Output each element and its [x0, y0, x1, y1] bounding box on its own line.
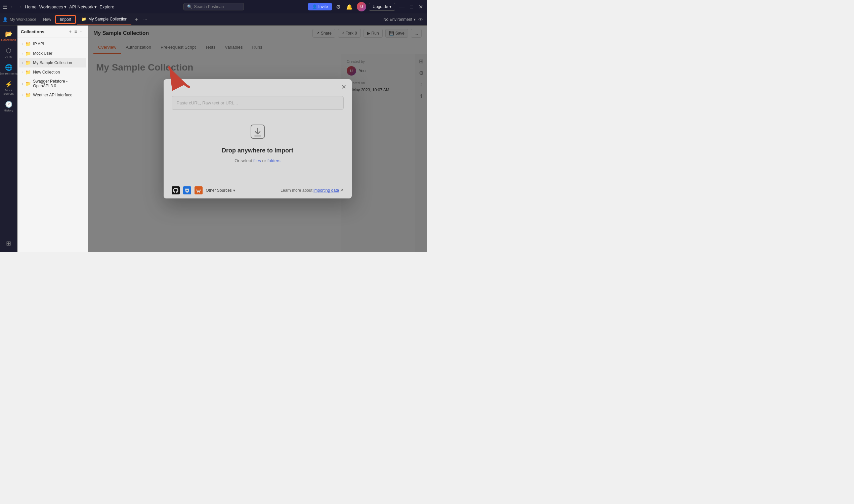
sidebar-item-history[interactable]: 🕐 History — [0, 99, 17, 114]
hamburger-button[interactable]: ☰ — [3, 4, 7, 10]
creator-avatar: U — [347, 66, 356, 75]
collection-list: › 📁 IP API › 📁 Mock User › 📁 My Sample C… — [17, 38, 88, 252]
add-icon: ⊞ — [6, 240, 11, 247]
add-collection-button[interactable]: + — [68, 28, 72, 35]
save-button[interactable]: 💾 Save — [385, 29, 408, 38]
red-arrow — [164, 62, 197, 95]
new-tab-button[interactable]: + — [133, 16, 140, 22]
panel-header: Collections + ≡ ··· — [17, 25, 88, 38]
history-icon: 🕐 — [5, 101, 13, 108]
chevron-right-icon: › — [22, 93, 23, 97]
close-button[interactable]: ✕ — [417, 3, 424, 11]
created-on-section: Created on 10 May 2023, 10:07 AM — [347, 81, 410, 92]
run-button[interactable]: ▶ Run — [363, 29, 382, 38]
collection-tab-icon: 📁 — [81, 17, 86, 21]
mock-servers-icon: ⚡ — [5, 80, 13, 88]
right-icon-bar: ⊞ ⚙ ↕ ℹ — [415, 54, 427, 252]
list-item[interactable]: › 📁 Swagger Petstore - OpenAPI 3.0 — [19, 77, 86, 90]
more-button[interactable]: ... — [411, 29, 422, 38]
search-bar[interactable]: 🔍 Search Postman — [183, 3, 244, 11]
notification-bell[interactable]: 🔔 — [345, 3, 354, 11]
right-icon-3[interactable]: ↕ — [419, 80, 424, 89]
eye-icon-btn[interactable]: 👁 — [417, 16, 424, 23]
svg-rect-1 — [251, 125, 264, 138]
drop-area: Drop anywhere to import Or select files … — [172, 110, 344, 177]
active-tab[interactable]: 📁 My Sample Collection — [77, 14, 131, 25]
gitlab-icon[interactable] — [195, 186, 202, 194]
list-item[interactable]: › 📁 Mock User — [19, 49, 86, 58]
drop-subtitle: Or select files or folders — [234, 158, 281, 163]
more-tabs-button[interactable]: ··· — [141, 17, 149, 22]
invite-button[interactable]: 👤 Invite — [308, 3, 332, 11]
back-button[interactable]: ← — [10, 4, 15, 10]
more-options-button[interactable]: ··· — [79, 28, 84, 35]
explore-nav[interactable]: Explore — [100, 4, 114, 10]
search-icon: 🔍 — [187, 4, 192, 9]
modal-close-button[interactable]: ✕ — [341, 83, 346, 91]
right-icon-2[interactable]: ⚙ — [417, 69, 425, 77]
chevron-down-icon: ▾ — [389, 4, 391, 9]
list-item[interactable]: › 📁 IP API — [19, 39, 86, 49]
fork-icon: ⑂ — [342, 31, 344, 36]
api-network-nav[interactable]: API Network ▾ — [69, 4, 97, 10]
tab-runs[interactable]: Runs — [247, 41, 267, 54]
workspaces-nav[interactable]: Workspaces ▾ — [39, 4, 67, 10]
sidebar-item-apis[interactable]: ⬡ APIs — [0, 45, 17, 60]
top-bar-left: ☰ ← → Home Workspaces ▾ API Network ▾ Ex… — [3, 4, 181, 10]
collection-icon: 📁 — [25, 51, 31, 56]
sort-button[interactable]: ≡ — [74, 28, 77, 35]
files-link[interactable]: files — [253, 158, 261, 163]
sidebar-item-collections[interactable]: 📂 Collections — [0, 28, 17, 44]
chevron-down-icon: ▾ — [413, 17, 415, 22]
chevron-down-icon: ▾ — [64, 4, 67, 10]
tab-authorization[interactable]: Authorization — [121, 41, 156, 54]
page-title: My Sample Collection — [93, 30, 149, 36]
import-button[interactable]: Import — [55, 15, 76, 24]
search-container[interactable]: 🔍 Search Postman — [183, 3, 244, 11]
created-on-label: Created on — [347, 81, 410, 85]
share-button[interactable]: ↗ Share — [313, 29, 335, 38]
list-item[interactable]: › 📁 New Collection — [19, 68, 86, 77]
chevron-right-icon: › — [22, 42, 23, 46]
importing-data-link[interactable]: importing data — [314, 188, 339, 193]
content-actions: ↗ Share ⑂ Fork 0 ▶ Run 💾 Save ... — [313, 29, 422, 38]
fork-button[interactable]: ⑂ Fork 0 — [338, 29, 361, 38]
other-sources-button[interactable]: Other Sources ▾ — [206, 188, 235, 193]
sidebar-item-mock-servers[interactable]: ⚡ Mock Servers — [0, 78, 17, 97]
upgrade-button[interactable]: Upgrade ▾ — [369, 3, 395, 11]
minimize-button[interactable]: — — [398, 3, 406, 11]
collection-icon: 📁 — [25, 60, 31, 66]
tab-tests[interactable]: Tests — [200, 41, 220, 54]
right-icon-4[interactable]: ℹ — [419, 92, 424, 101]
main-content: My Sample Collection ↗ Share ⑂ Fork 0 ▶ … — [88, 25, 427, 252]
sidebar-icons: 📂 Collections ⬡ APIs 🌐 Environments ⚡ Mo… — [0, 25, 17, 252]
tab-variables[interactable]: Variables — [220, 41, 247, 54]
settings-button[interactable]: ⚙ — [335, 3, 342, 11]
right-icon-1[interactable]: ⊞ — [417, 57, 425, 66]
user-avatar[interactable]: U — [357, 2, 366, 12]
environment-selector[interactable]: No Environment ▾ — [383, 17, 415, 22]
home-nav[interactable]: Home — [25, 4, 37, 10]
folders-link[interactable]: folders — [267, 158, 281, 163]
import-input[interactable] — [172, 96, 344, 110]
list-item[interactable]: › 📁 Weather API Interface — [19, 90, 86, 100]
list-item[interactable]: › 📁 My Sample Collection — [19, 58, 86, 68]
collections-panel: Collections + ≡ ··· › 📁 IP API › 📁 Mock … — [17, 25, 88, 252]
maximize-button[interactable]: □ — [409, 3, 414, 11]
footer-sources: Other Sources ▾ — [172, 186, 235, 194]
sidebar-item-add[interactable]: ⊞ — [0, 238, 17, 249]
content-body-wrapper: My Sample Collection Created by U You Cr… — [88, 54, 427, 252]
chevron-right-icon: › — [22, 82, 23, 86]
new-button[interactable]: New — [40, 16, 54, 23]
tab-overview[interactable]: Overview — [93, 41, 121, 54]
sidebar-item-environments[interactable]: 🌐 Environments — [0, 62, 17, 77]
github-icon[interactable] — [172, 186, 180, 194]
creator-name: You — [359, 69, 366, 73]
tab-pre-request-script[interactable]: Pre-request Script — [156, 41, 200, 54]
forward-button[interactable]: → — [17, 4, 22, 10]
panel-title: Collections — [21, 29, 45, 34]
bitbucket-icon[interactable] — [183, 186, 191, 194]
chevron-right-icon: › — [22, 61, 23, 65]
collection-big-title: My Sample Collection — [96, 62, 333, 73]
collection-icon: 📁 — [25, 92, 31, 98]
